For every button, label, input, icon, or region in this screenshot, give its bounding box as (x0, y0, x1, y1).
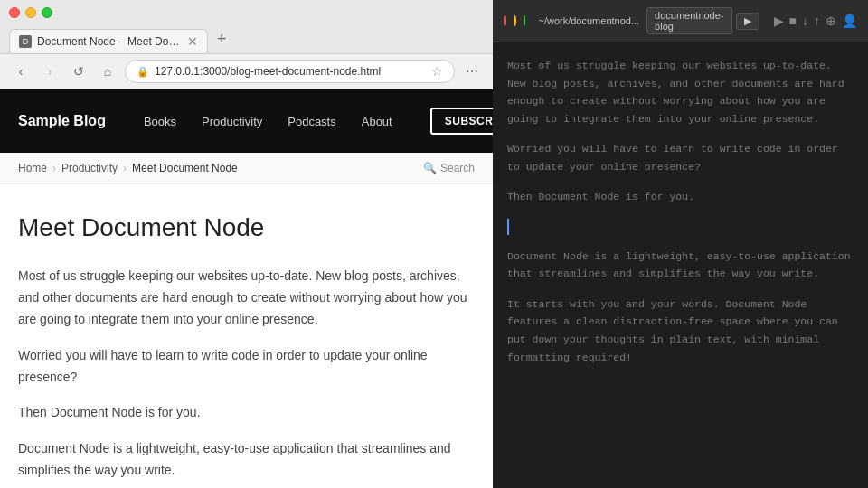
breadcrumb-section[interactable]: Productivity (61, 162, 118, 174)
term-icons: ▶ ■ ↓ ↑ ⊕ 👤 (774, 14, 857, 28)
terminal-titlebar: ~/work/documentnod... documentnode-blog … (493, 0, 868, 42)
blog-logo: Sample Blog (18, 113, 106, 129)
breadcrumb-home[interactable]: Home (18, 162, 47, 174)
browser-chrome: D Document Node – Meet Docu… ✕ + (0, 0, 493, 54)
article-title: Meet Document Node (18, 211, 470, 244)
terminal-content[interactable]: Most of us struggle keeping our websites… (493, 42, 868, 488)
term-minimize-button[interactable] (514, 15, 516, 26)
term-icon-3[interactable]: ↓ (802, 14, 808, 28)
terminal-title: ~/work/documentnod... (538, 15, 639, 26)
article-para-4: Document Node is a lightweight, easy-to-… (18, 438, 470, 482)
term-para-5: It starts with you and your words. Docum… (507, 296, 854, 366)
breadcrumb: Home › Productivity › Meet Document Node… (0, 153, 493, 184)
blog-header: Sample Blog Books Productivity Podcasts … (0, 89, 493, 153)
tab-title: Document Node – Meet Docu… (37, 35, 182, 48)
nav-productivity[interactable]: Productivity (191, 109, 273, 134)
term-icon-4[interactable]: ↑ (814, 14, 820, 28)
term-add-tab[interactable]: ▶ (736, 13, 760, 30)
term-para-2: Worried you will have to learn to write … (507, 140, 854, 175)
tab-close-icon[interactable]: ✕ (187, 34, 198, 49)
breadcrumb-search[interactable]: 🔍 Search (423, 162, 475, 174)
term-maximize-button[interactable] (524, 15, 526, 26)
term-close-button[interactable] (504, 15, 506, 26)
address-text: 127.0.0.1:3000/blog-meet-document-node.h… (155, 65, 381, 78)
address-bar-row: ‹ › ↺ ⌂ 🔒 127.0.0.1:3000/blog-meet-docum… (0, 54, 493, 89)
back-button[interactable]: ‹ (9, 60, 33, 83)
browser-tabs: D Document Node – Meet Docu… ✕ + (9, 25, 484, 53)
address-input[interactable]: 🔒 127.0.0.1:3000/blog-meet-document-node… (125, 60, 455, 83)
term-icon-5[interactable]: ⊕ (826, 14, 836, 28)
forward-button[interactable]: › (38, 60, 61, 83)
bookmark-icon[interactable]: ☆ (431, 64, 443, 79)
article-body: Meet Document Node Most of us struggle k… (0, 184, 488, 488)
term-cursor-line (507, 219, 854, 235)
blog-container: Sample Blog Books Productivity Podcasts … (0, 89, 493, 488)
article-para-3: Then Document Node is for you. (18, 402, 470, 424)
term-icon-1[interactable]: ▶ (774, 14, 784, 28)
nav-podcasts[interactable]: Podcasts (277, 109, 346, 134)
term-icon-6[interactable]: 👤 (842, 14, 857, 28)
term-para-3: Then Document Node is for you. (507, 188, 854, 206)
new-tab-button[interactable]: + (210, 25, 234, 53)
term-para-4: Document Node is a lightweight, easy-to-… (507, 248, 854, 283)
breadcrumb-current: Meet Document Node (132, 162, 238, 174)
nav-books[interactable]: Books (133, 109, 187, 134)
tab-favicon: D (19, 35, 32, 48)
reload-button[interactable]: ↺ (67, 60, 90, 83)
search-icon: 🔍 (423, 162, 437, 174)
lock-icon: 🔒 (137, 66, 149, 78)
search-label: Search (440, 162, 475, 174)
blog-header-inner: Sample Blog Books Productivity Podcasts … (18, 108, 475, 135)
breadcrumb-sep-1: › (52, 162, 56, 174)
minimize-button[interactable] (25, 7, 36, 18)
term-tab-bar: documentnode-blog ▶ (646, 7, 759, 34)
article-para-1: Most of us struggle keeping our websites… (18, 266, 470, 330)
terminal-panel: ~/work/documentnod... documentnode-blog … (493, 0, 868, 488)
term-para-1: Most of us struggle keeping our websites… (507, 57, 854, 127)
article-para-2: Worried you will have to learn to write … (18, 345, 470, 389)
term-icon-2[interactable]: ■ (789, 14, 797, 28)
active-tab[interactable]: D Document Node – Meet Docu… ✕ (9, 29, 208, 53)
term-cursor (507, 219, 509, 235)
home-button[interactable]: ⌂ (96, 60, 119, 83)
term-tab[interactable]: documentnode-blog (646, 7, 731, 34)
breadcrumb-sep-2: › (123, 162, 127, 174)
traffic-lights (9, 7, 484, 18)
browser-panel: D Document Node – Meet Docu… ✕ + ‹ › ↺ ⌂… (0, 0, 493, 488)
blog-nav: Books Productivity Podcasts About (133, 109, 403, 134)
maximize-button[interactable] (42, 7, 52, 18)
close-button[interactable] (9, 7, 20, 18)
nav-about[interactable]: About (351, 109, 403, 134)
subscribe-button[interactable]: SUBSCRIBE (430, 108, 493, 135)
extensions-button[interactable]: ⋯ (460, 60, 484, 83)
